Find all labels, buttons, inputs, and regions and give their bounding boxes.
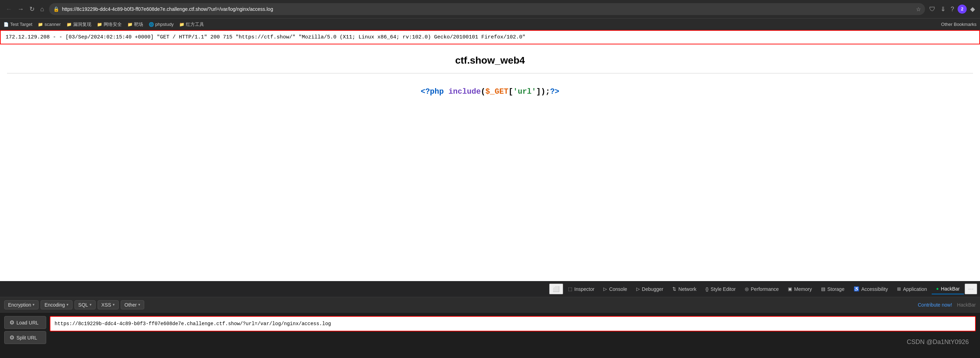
bookmark-star-icon[interactable]: ☆ (916, 6, 921, 13)
other-arrow-icon: ▾ (138, 303, 140, 307)
tab-inspector[interactable]: ⬚ Inspector (564, 284, 599, 294)
bookmark-folder-icon: 📄 (3, 22, 9, 27)
tab-storage-label: Storage (827, 286, 845, 292)
php-bracket-open: [ (509, 87, 513, 96)
memory-icon: ▣ (788, 286, 792, 291)
php-bracket-close: ] (536, 87, 541, 96)
tab-network[interactable]: ⇅ Network (668, 284, 700, 294)
address-bar[interactable]: 🔒 https://8c19229b-ddc4-4c89-b0f3-ff07e6… (49, 3, 925, 15)
other-bookmarks[interactable]: Other Bookmarks (941, 22, 977, 27)
sql-label: SQL (78, 302, 88, 308)
contribute-link[interactable]: Contribute now! (918, 302, 952, 308)
other-dropdown[interactable]: Other ▾ (121, 300, 144, 309)
tab-application[interactable]: ⊞ Application (893, 284, 931, 294)
forward-button[interactable]: → (15, 4, 26, 14)
xss-dropdown[interactable]: XSS ▾ (98, 300, 119, 309)
bookmark-label: Test Target (10, 22, 32, 27)
load-url-button[interactable]: ⚙ Load URL (4, 316, 46, 329)
xss-arrow-icon: ▾ (113, 303, 115, 307)
reload-button[interactable]: ↻ (27, 4, 37, 14)
url-input-container: CSDN @Da1NtY0926 (50, 316, 976, 346)
tab-style-editor-label: Style Editor (711, 286, 736, 292)
security-icon: 🔒 (53, 6, 59, 12)
tab-performance[interactable]: ◎ Performance (741, 284, 783, 294)
php-open-tag: <?php (421, 87, 449, 96)
browser-chrome: ← → ↻ ⌂ 🔒 https://8c19229b-ddc4-4c89-b0f… (0, 0, 980, 18)
encryption-dropdown[interactable]: Encryption ▾ (4, 300, 38, 309)
bookmark-label: 靶场 (134, 21, 143, 28)
inspector-icon: ⬚ (568, 286, 572, 291)
sql-dropdown[interactable]: SQL ▾ (75, 300, 95, 309)
xss-label: XSS (102, 302, 111, 308)
bookmark-scanner[interactable]: 📁 scanner (38, 22, 60, 27)
bookmark-phpstudy[interactable]: 🌐 phpstudy (149, 22, 174, 27)
bookmark-label: 漏洞复现 (73, 21, 91, 28)
hackbar-icon: ● (936, 286, 939, 291)
download-icon[interactable]: ⇓ (939, 4, 947, 14)
tab-style-editor[interactable]: {} Style Editor (702, 284, 740, 294)
hackbar-url-area: ⚙ Load URL ⚙ Split URL CSDN @Da1NtY0926 (0, 312, 980, 358)
php-get-var: $_GET (485, 87, 509, 96)
tab-console[interactable]: ▷ Console (599, 284, 631, 294)
performance-icon: ◎ (745, 286, 749, 291)
bookmark-folder-icon: 📁 (179, 22, 185, 27)
tab-memory[interactable]: ▣ Memory (784, 284, 816, 294)
tab-accessibility[interactable]: ♿ Accessibility (850, 284, 892, 294)
hackbar-buttons: ⚙ Load URL ⚙ Split URL (4, 316, 46, 344)
bookmark-folder-icon: 📁 (67, 22, 72, 27)
bookmark-label: phpstudy (155, 22, 174, 27)
devtools-resize-button[interactable]: ⬜ (549, 284, 563, 295)
bookmarks-bar: 📄 Test Target 📁 scanner 📁 漏洞复现 📁 网络安全 📁 … (0, 18, 980, 30)
log-line-text: 172.12.129.208 - - [03/Sep/2024:02:15:40… (6, 34, 525, 40)
load-url-label: Load URL (16, 320, 38, 325)
extension-icon[interactable]: ◆ (969, 4, 977, 14)
devtools-more-button[interactable]: ⋯ (965, 284, 977, 295)
bookmark-redteam[interactable]: 📁 红方工具 (179, 21, 204, 28)
tab-debugger-label: Debugger (642, 286, 663, 292)
devtools-tabs: ⬜ ⬚ Inspector ▷ Console ▷ Debugger ⇅ Net… (0, 281, 980, 297)
help-icon[interactable]: ? (949, 4, 956, 14)
hackbar-toolbar: Encryption ▾ Encoding ▾ SQL ▾ XSS ▾ Othe… (0, 297, 980, 312)
shield-icon[interactable]: 🛡 (928, 4, 937, 14)
home-button[interactable]: ⌂ (38, 4, 46, 14)
bookmark-test-target[interactable]: 📄 Test Target (3, 22, 32, 27)
encoding-label: Encoding (45, 302, 65, 308)
php-code-block: <?php include($_GET['url']);?> (0, 87, 980, 96)
bookmark-label: scanner (45, 22, 60, 27)
tab-performance-label: Performance (751, 286, 779, 292)
url-input[interactable] (50, 316, 976, 331)
browser-actions: 🛡 ⇓ ? 2 ◆ (928, 4, 977, 14)
page-content: 172.12.129.208 - - [03/Sep/2024:02:15:40… (0, 30, 980, 226)
back-button[interactable]: ← (3, 4, 14, 14)
bookmark-target[interactable]: 📁 靶场 (127, 21, 143, 28)
tab-hackbar[interactable]: ● HackBar (932, 284, 964, 295)
bookmark-folder-icon: 📁 (97, 22, 102, 27)
split-url-label: Split URL (16, 335, 37, 341)
style-editor-icon: {} (706, 286, 709, 291)
bookmark-vuln[interactable]: 📁 漏洞复现 (67, 21, 91, 28)
profile-badge[interactable]: 2 (958, 5, 967, 14)
bookmark-netsec[interactable]: 📁 网络安全 (97, 21, 122, 28)
other-label: Other (125, 302, 137, 308)
tab-storage[interactable]: ▤ Storage (817, 284, 849, 294)
bookmark-web-icon: 🌐 (149, 22, 154, 27)
tab-debugger[interactable]: ▷ Debugger (632, 284, 668, 294)
php-string-key: 'url' (513, 87, 536, 96)
php-code-area: <?php include($_GET['url']);?> (0, 73, 980, 110)
encoding-dropdown[interactable]: Encoding ▾ (41, 300, 72, 309)
split-url-button[interactable]: ⚙ Split URL (4, 331, 46, 344)
devtools-panel: ⬜ ⬚ Inspector ▷ Console ▷ Debugger ⇅ Net… (0, 281, 980, 358)
php-paren-open: ( (481, 87, 485, 96)
tab-console-label: Console (609, 286, 627, 292)
tab-accessibility-label: Accessibility (861, 286, 888, 292)
console-icon: ▷ (603, 286, 607, 291)
bookmark-folder-icon: 📁 (38, 22, 43, 27)
split-url-icon: ⚙ (10, 334, 14, 341)
bookmark-label: 红方工具 (186, 21, 204, 28)
tab-memory-label: Memory (794, 286, 812, 292)
page-title: ctf.show_web4 (455, 55, 525, 66)
bookmark-folder-icon: 📁 (127, 22, 133, 27)
bookmark-label: 网络安全 (103, 21, 122, 28)
php-paren-close: ); (541, 87, 550, 96)
encoding-arrow-icon: ▾ (67, 303, 68, 307)
